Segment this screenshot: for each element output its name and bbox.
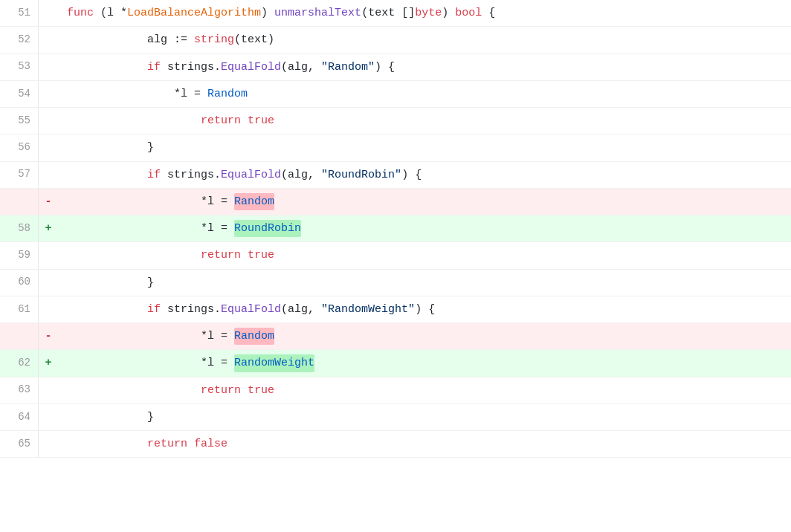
code-content: *l = Random <box>58 189 791 215</box>
token: if <box>147 59 161 76</box>
token <box>227 193 234 210</box>
token: false <box>194 435 227 452</box>
line-number: 61 <box>0 296 39 322</box>
line-number: 56 <box>0 134 39 160</box>
token <box>227 328 234 345</box>
diff-marker <box>39 377 58 403</box>
line-number: 64 <box>0 404 39 430</box>
token <box>67 85 174 103</box>
token <box>227 220 234 237</box>
diff-marker <box>39 431 58 457</box>
token <box>201 85 207 103</box>
line-number: 54 <box>0 81 39 107</box>
code-content: alg := string(text) <box>58 27 791 53</box>
code-content: if strings.EqualFold(alg, "Random") { <box>58 54 791 80</box>
token: = <box>221 220 227 237</box>
line-number <box>0 323 39 349</box>
code-content: return true <box>58 242 791 268</box>
diff-marker <box>39 108 58 134</box>
token: return <box>201 112 241 129</box>
token: if <box>147 166 161 184</box>
diff-marker <box>39 296 58 322</box>
token <box>241 247 248 264</box>
token: return <box>201 382 241 399</box>
token: = <box>221 193 227 210</box>
line-number: 53 <box>0 54 39 80</box>
code-line: 59 return true <box>0 242 791 269</box>
line-number: 60 <box>0 270 39 296</box>
diff-marker <box>39 54 58 80</box>
code-content: } <box>58 134 791 160</box>
token: (l <box>94 4 120 22</box>
token: string <box>194 31 234 48</box>
token: Random <box>234 193 274 210</box>
token: } <box>67 409 154 426</box>
token <box>241 382 248 399</box>
token: strings. <box>161 301 221 318</box>
token <box>187 435 194 452</box>
line-number: 52 <box>0 27 39 53</box>
token: l <box>207 328 221 345</box>
token: true <box>248 247 274 264</box>
diff-marker: - <box>39 189 58 215</box>
code-line: - *l = Random <box>0 189 791 215</box>
token: EqualFold <box>221 59 281 76</box>
token <box>67 435 147 452</box>
code-line: 54 *l = Random <box>0 81 791 108</box>
code-line: - *l = Random <box>0 323 791 350</box>
code-content: return true <box>58 377 791 403</box>
token: Random <box>207 85 248 103</box>
line-number: 65 <box>0 431 39 457</box>
line-number: 59 <box>0 242 39 268</box>
line-number <box>0 189 39 215</box>
token: ) { <box>415 301 435 318</box>
token: RandomWeight <box>234 354 314 372</box>
token <box>241 112 248 129</box>
token <box>67 220 201 237</box>
code-line: 62+ *l = RandomWeight <box>0 350 791 377</box>
token <box>67 354 201 372</box>
token <box>67 328 201 345</box>
line-number: 51 <box>0 0 39 26</box>
token: func <box>67 4 94 22</box>
token: strings. <box>161 166 221 184</box>
code-content: *l = Random <box>58 81 791 107</box>
token: * <box>201 193 207 210</box>
token: * <box>201 354 207 372</box>
token: * <box>174 85 181 103</box>
code-content: } <box>58 404 791 430</box>
token: * <box>201 220 207 237</box>
token: ) { <box>375 59 395 76</box>
token: byte <box>415 4 442 22</box>
token: RoundRobin <box>234 220 301 237</box>
code-content: } <box>58 270 791 296</box>
code-line: 53 if strings.EqualFold(alg, "Random") { <box>0 54 791 81</box>
diff-marker <box>39 27 58 53</box>
line-number: 55 <box>0 108 39 134</box>
token <box>187 31 194 48</box>
code-content: if strings.EqualFold(alg, "RoundRobin") … <box>58 162 791 188</box>
diff-marker <box>39 404 58 430</box>
code-content: if strings.EqualFold(alg, "RandomWeight"… <box>58 296 791 322</box>
diff-marker: - <box>39 323 58 349</box>
token: = <box>194 85 201 103</box>
token: true <box>248 112 274 129</box>
token: Random <box>234 328 274 345</box>
token: strings. <box>161 59 221 76</box>
token: LoadBalanceAlgorithm <box>127 4 261 22</box>
token: (alg, <box>281 59 321 76</box>
token: ) <box>442 4 455 22</box>
code-line: 65 return false <box>0 431 791 458</box>
token: l <box>207 220 221 237</box>
code-line: 60 } <box>0 270 791 296</box>
diff-marker <box>39 81 58 107</box>
token: (text) <box>234 31 274 48</box>
token: := <box>174 31 187 48</box>
token: ) { <box>401 166 422 184</box>
code-content: return true <box>58 108 791 134</box>
token: return <box>147 435 187 452</box>
code-line: 64 } <box>0 404 791 431</box>
token <box>227 354 234 372</box>
token: "RoundRobin" <box>321 166 401 184</box>
token: true <box>248 382 274 399</box>
